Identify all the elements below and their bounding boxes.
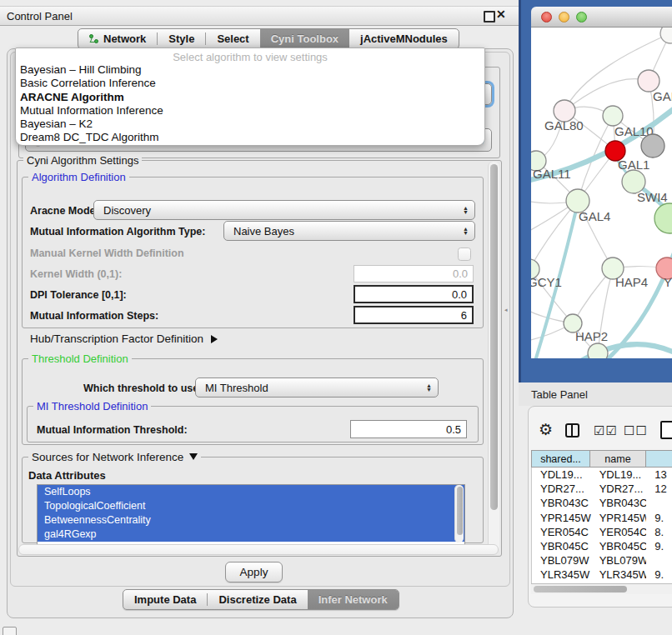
- mi-steps-field[interactable]: 6: [354, 306, 474, 324]
- table-cell[interactable]: YBR043C: [591, 496, 647, 510]
- table-row[interactable]: YBR043CYBR043C: [532, 496, 672, 510]
- table-cell[interactable]: YDL19...: [532, 468, 591, 482]
- tab-jactivemnodules[interactable]: jActiveMNodules: [349, 29, 459, 48]
- table-row[interactable]: YBR045CYBR045C9.: [532, 539, 672, 553]
- splitter-handle[interactable]: ◂: [504, 308, 509, 312]
- tab-network[interactable]: Network: [78, 29, 157, 48]
- table-hscrollbar[interactable]: [531, 583, 672, 594]
- table-cell[interactable]: YDR27...: [532, 482, 591, 496]
- table-hscrollbar-thumb[interactable]: [534, 586, 627, 592]
- node-label: HAP4: [615, 275, 648, 289]
- table-cell[interactable]: YER054C: [591, 525, 647, 539]
- tab-cyni-toolbox[interactable]: Cyni Toolbox: [260, 29, 349, 48]
- attribute-item-topologicalcoefficient[interactable]: TopologicalCoefficient: [38, 499, 464, 513]
- sources-title[interactable]: Sources for Network Inference: [28, 451, 201, 463]
- network-node[interactable]: [588, 343, 608, 358]
- table-row[interactable]: YBL079WYBL079W: [532, 553, 672, 568]
- table-row[interactable]: YLR345WYLR345W9.: [532, 568, 672, 582]
- algorithm-option-mutual-information-inference[interactable]: Mutual Information Inference: [16, 104, 484, 118]
- attributes-scrollbar-thumb[interactable]: [457, 487, 463, 535]
- table-cell[interactable]: YLR345W: [532, 568, 591, 582]
- algorithm-option-basic-correlation-inference[interactable]: Basic Correlation Inference: [16, 77, 484, 90]
- algorithm-option-dream8-dc-tdc-algorithm[interactable]: Dream8 DC_TDC Algorithm: [16, 131, 484, 144]
- zoom-traffic-light-icon[interactable]: [576, 12, 587, 22]
- network-node[interactable]: [654, 203, 672, 233]
- algorithm-option-aracne-algorithm[interactable]: ARACNE Algorithm: [16, 91, 484, 104]
- tab-style[interactable]: Style: [158, 29, 205, 48]
- table-settings-button[interactable]: ⚙: [539, 422, 553, 438]
- table-cell[interactable]: YBR045C: [532, 539, 591, 553]
- float-window-icon[interactable]: [484, 11, 495, 22]
- network-window-titlebar[interactable]: [531, 7, 672, 28]
- split-columns-icon[interactable]: [565, 423, 579, 438]
- table-cell[interactable]: YBL079W: [591, 553, 647, 568]
- control-panel-titlebar[interactable]: Control Panel: [0, 6, 519, 26]
- which-threshold-combo[interactable]: MI Threshold ▲▼: [195, 378, 439, 398]
- mi-threshold-field[interactable]: 0.5: [350, 420, 467, 438]
- minimized-panel-icon[interactable]: [3, 627, 17, 635]
- table-cell[interactable]: [646, 553, 672, 568]
- attribute-item-betweennesscentrality[interactable]: BetweennessCentrality: [38, 513, 464, 528]
- table-row[interactable]: YDL19...YDL19...13: [532, 468, 672, 482]
- tab-infer-network[interactable]: Infer Network: [308, 590, 399, 609]
- column-header-shared[interactable]: shared...: [531, 450, 590, 468]
- table-cell[interactable]: 9.: [646, 539, 672, 553]
- settings-scrollbar[interactable]: [488, 162, 499, 553]
- network-view-canvas[interactable]: GALGAL80GAL10GAL1GAL11SWI4GAL4GCY1HAP4YH…: [531, 28, 672, 358]
- network-node-gal10[interactable]: [603, 106, 623, 126]
- table-cell[interactable]: YBR045C: [591, 539, 647, 553]
- table-cell[interactable]: YBR043C: [532, 496, 591, 510]
- document-icon[interactable]: [660, 421, 672, 439]
- table-cell[interactable]: YER054C: [532, 525, 591, 539]
- settings-scrollbar-thumb[interactable]: [490, 164, 498, 510]
- table-cell[interactable]: YPR145W: [532, 511, 591, 525]
- attributes-scrollbar[interactable]: [454, 485, 464, 542]
- table-cell[interactable]: YLR345W: [591, 568, 647, 582]
- attribute-item-gal4rgexp[interactable]: gal4RGexp: [38, 528, 464, 542]
- hub-definition-expander[interactable]: Hub/Transcription Factor Definition: [30, 332, 218, 345]
- algorithm-option-bayesian-hill-climbing[interactable]: Bayesian – Hill Climbing: [16, 63, 484, 77]
- table-cell[interactable]: 9.: [646, 511, 672, 525]
- close-traffic-light-icon[interactable]: [541, 12, 552, 22]
- manual-kernel-checkbox[interactable]: [458, 248, 471, 261]
- table-cell[interactable]: YPR145W: [591, 511, 647, 525]
- table-cell[interactable]: YDL19...: [591, 468, 647, 482]
- table-cell[interactable]: 9.: [646, 568, 672, 582]
- select-all-checkboxes-icon[interactable]: ☑☑: [594, 423, 618, 438]
- apply-button[interactable]: Apply: [225, 562, 283, 582]
- network-node[interactable]: [641, 134, 664, 158]
- network-node[interactable]: [660, 28, 672, 43]
- mi-type-combo[interactable]: Naive Bayes ▲▼: [223, 221, 475, 241]
- column-header-name[interactable]: name: [590, 450, 646, 468]
- table-row[interactable]: YER054CYER054C8.: [532, 525, 672, 539]
- table-cell[interactable]: 13: [646, 468, 672, 482]
- dpi-tolerance-label: DPI Tolerance [0,1]:: [30, 289, 127, 301]
- table-cell[interactable]: 8.: [646, 525, 672, 539]
- table-panel-titlebar[interactable]: Table Panel: [519, 382, 672, 406]
- tab-label: Cyni Toolbox: [271, 32, 339, 45]
- dpi-tolerance-field[interactable]: 0.0: [354, 285, 474, 303]
- deselect-checkboxes-icon[interactable]: ☐☐: [624, 423, 648, 438]
- apply-button-label: Apply: [240, 566, 268, 578]
- column-header-2[interactable]: [646, 450, 672, 468]
- table-cell[interactable]: 12: [646, 482, 672, 496]
- tab-discretize-data[interactable]: Discretize Data: [208, 590, 307, 609]
- network-edge[interactable]: [564, 79, 649, 111]
- close-icon[interactable]: ✕: [496, 8, 506, 21]
- table-cell[interactable]: [646, 496, 672, 510]
- settings-hscrollbar[interactable]: [18, 544, 499, 555]
- table-cell[interactable]: YDR27...: [591, 482, 647, 496]
- tab-select[interactable]: Select: [206, 29, 259, 48]
- algorithm-option-bayesian-k2[interactable]: Bayesian – K2: [16, 118, 484, 131]
- attribute-item-selfloops[interactable]: SelfLoops: [38, 485, 464, 499]
- table-cell[interactable]: YBL079W: [532, 553, 591, 568]
- table-row[interactable]: YPR145WYPR145W9.: [532, 511, 672, 525]
- node-attribute-table[interactable]: shared...nameYDL19...YDL19...13YDR27...Y…: [531, 450, 672, 583]
- aracne-mode-combo[interactable]: Discovery ▲▼: [93, 200, 475, 220]
- tab-label: Discretize Data: [218, 593, 296, 606]
- tab-impute-data[interactable]: Impute Data: [123, 590, 207, 609]
- table-row[interactable]: YDR27...YDR27...12: [532, 482, 672, 496]
- minimize-traffic-light-icon[interactable]: [559, 12, 569, 22]
- data-attributes-list[interactable]: SelfLoopsTopologicalCoefficientBetweenne…: [37, 484, 465, 545]
- kernel-width-field[interactable]: 0.0: [354, 265, 474, 282]
